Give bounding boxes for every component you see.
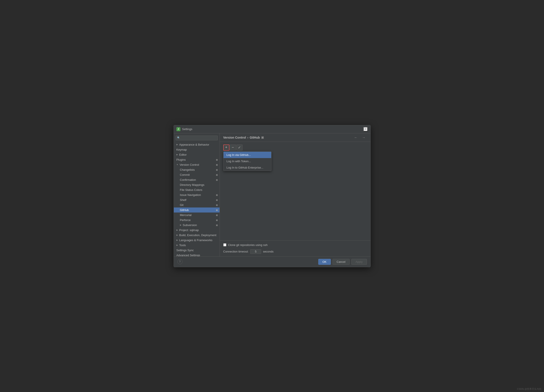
sidebar-item-file-status-colors[interactable]: File Status Colors [174, 187, 219, 192]
settings-icon: ▣ [216, 204, 218, 206]
sidebar-item-build-execution[interactable]: ▶ Build, Execution, Deployment [174, 233, 219, 238]
settings-icon: ▣ [216, 194, 218, 196]
forward-button[interactable]: → [361, 135, 367, 140]
sidebar-item-label: Shelf [180, 198, 187, 202]
sidebar-item-subversion[interactable]: ▶ Subversion ▣ [174, 223, 219, 228]
settings-icon: ▣ [216, 168, 218, 171]
sidebar-item-label: Settings Sync [177, 248, 194, 252]
sidebar-item-project-sqlmap[interactable]: ▶ Project: sqlmap [174, 228, 219, 233]
sidebar-item-label: Languages & Frameworks [179, 238, 213, 242]
sidebar-item-plugins[interactable]: Plugins ▣ [174, 157, 219, 162]
chevron-right-icon: ▶ [177, 234, 178, 236]
apply-button[interactable]: Apply [351, 259, 367, 265]
login-dropdown: Log In via GitHub... Log In with Token..… [223, 151, 272, 171]
chevron-right-icon: ▶ [180, 224, 182, 226]
sidebar-item-confirmation[interactable]: Confirmation ▣ [174, 177, 219, 182]
breadcrumb-current: GitHub [249, 136, 260, 139]
bottom-section: Clone git repositories using ssh Connect… [220, 241, 370, 256]
settings-icon: ▣ [216, 159, 218, 161]
remove-account-button[interactable]: − [230, 144, 236, 151]
watermark: CSDN @世界尽头与你 [517, 387, 541, 391]
sidebar-item-keymap[interactable]: Keymap [174, 147, 219, 152]
breadcrumb-actions: ← → [353, 135, 367, 140]
settings-icon: ▣ [216, 219, 218, 221]
breadcrumb-separator: › [247, 136, 248, 139]
breadcrumb-settings-icon: ▣ [261, 136, 264, 139]
breadcrumb-bar: Version Control › GitHub ▣ ← → [220, 133, 370, 142]
sidebar-item-label: Appearance & Behavior [179, 143, 209, 146]
chevron-right-icon: ▶ [177, 244, 178, 246]
sidebar-item-label: GitHub [180, 208, 189, 212]
sidebar-item-settings-sync[interactable]: Settings Sync [174, 248, 219, 253]
back-button[interactable]: ← [353, 135, 359, 140]
clone-ssh-row: Clone git repositories using ssh [223, 243, 367, 247]
settings-icon: ▣ [216, 214, 218, 216]
sidebar: 🔍 ▶ Appearance & Behavior Keymap ▶ Edito… [174, 133, 220, 256]
sidebar-item-mercurial[interactable]: Mercurial ▣ [174, 213, 219, 218]
chevron-right-icon: ▶ [177, 229, 178, 231]
help-button[interactable]: ? [177, 259, 183, 264]
breadcrumb-parent: Version Control [223, 136, 246, 139]
title-bar: J Settings ✕ [174, 125, 370, 133]
sidebar-item-languages-frameworks[interactable]: ▶ Languages & Frameworks [174, 238, 219, 243]
ok-button[interactable]: OK [318, 259, 331, 265]
close-button[interactable]: ✕ [363, 127, 368, 131]
sidebar-item-editor[interactable]: ▶ Editor [174, 152, 219, 157]
settings-icon: ▣ [216, 173, 218, 176]
chevron-right-icon: ▶ [177, 154, 178, 156]
sidebar-item-label: Editor [179, 153, 187, 156]
window-title: Settings [182, 127, 192, 131]
clone-ssh-checkbox[interactable] [223, 243, 226, 246]
sidebar-item-appearance[interactable]: ▶ Appearance & Behavior [174, 142, 219, 147]
login-with-token-item[interactable]: Log In with Token... [224, 158, 271, 164]
chevron-right-icon: ▶ [177, 144, 178, 146]
sidebar-item-directory-mappings[interactable]: Directory Mappings [174, 182, 219, 187]
sidebar-item-git[interactable]: Git ▣ [174, 202, 219, 208]
timeout-input[interactable] [250, 249, 261, 254]
search-box[interactable]: 🔍 [176, 136, 218, 140]
sidebar-item-issue-navigation[interactable]: Issue Navigation ▣ [174, 192, 219, 197]
sidebar-item-commit[interactable]: Commit ▣ [174, 172, 219, 177]
settings-icon: ▣ [216, 224, 218, 226]
sidebar-item-shelf[interactable]: Shelf ▣ [174, 197, 219, 202]
sidebar-item-label: Tools [179, 243, 186, 247]
sidebar-item-label: Confirmation [180, 178, 196, 181]
footer-left: ? [177, 259, 183, 264]
sidebar-item-label: Project: sqlmap [179, 228, 199, 232]
sidebar-item-changelists[interactable]: Changelists ▣ [174, 167, 219, 172]
sidebar-item-github[interactable]: GitHub ▣ [174, 208, 219, 213]
sidebar-item-label: Perforce [180, 219, 191, 222]
sidebar-item-version-control[interactable]: ▼ Version Control ▣ [174, 162, 219, 167]
check-button[interactable]: ✓ [237, 144, 242, 151]
search-icon: 🔍 [177, 136, 180, 139]
timeout-label: Connection timeout: [223, 250, 249, 253]
timeout-unit: seconds [263, 250, 273, 253]
sidebar-item-label: Commit [180, 173, 190, 176]
sidebar-item-tools[interactable]: ▶ Tools [174, 243, 219, 248]
sidebar-item-label: File Status Colors [180, 188, 202, 191]
sidebar-item-label: Issue Navigation [180, 193, 201, 196]
main-content: Version Control › GitHub ▣ ← → + − ✓ [220, 133, 370, 256]
settings-icon: ▣ [216, 164, 218, 166]
sidebar-item-label: Advanced Settings [177, 254, 200, 256]
sidebar-item-label: Directory Mappings [180, 183, 204, 186]
chevron-down-icon: ▼ [177, 164, 178, 166]
add-account-button[interactable]: + [223, 144, 229, 151]
sidebar-item-label: Mercurial [180, 213, 192, 217]
cancel-button[interactable]: Cancel [332, 259, 350, 265]
account-toolbar: + − ✓ Log In via GitHub... Log In with T… [223, 144, 367, 151]
sidebar-item-label: Plugins [177, 158, 186, 161]
footer-right: OK Cancel Apply [318, 259, 367, 265]
breadcrumb: Version Control › GitHub ▣ [223, 136, 264, 139]
sidebar-item-label: Subversion [183, 224, 197, 227]
app-icon: J [177, 127, 180, 131]
title-bar-left: J Settings [177, 127, 192, 131]
sidebar-item-label: Changelists [180, 168, 195, 171]
clone-ssh-label: Clone git repositories using ssh [228, 243, 268, 247]
search-input[interactable] [181, 136, 216, 139]
settings-dialog: J Settings ✕ 🔍 ▶ Appearance & Behavior K… [174, 125, 371, 267]
sidebar-item-perforce[interactable]: Perforce ▣ [174, 218, 219, 223]
login-to-enterprise-item[interactable]: Log In to GitHub Enterprise... [224, 164, 271, 171]
sidebar-item-advanced-settings[interactable]: Advanced Settings [174, 253, 219, 256]
login-via-github-item[interactable]: Log In via GitHub... [224, 152, 271, 158]
